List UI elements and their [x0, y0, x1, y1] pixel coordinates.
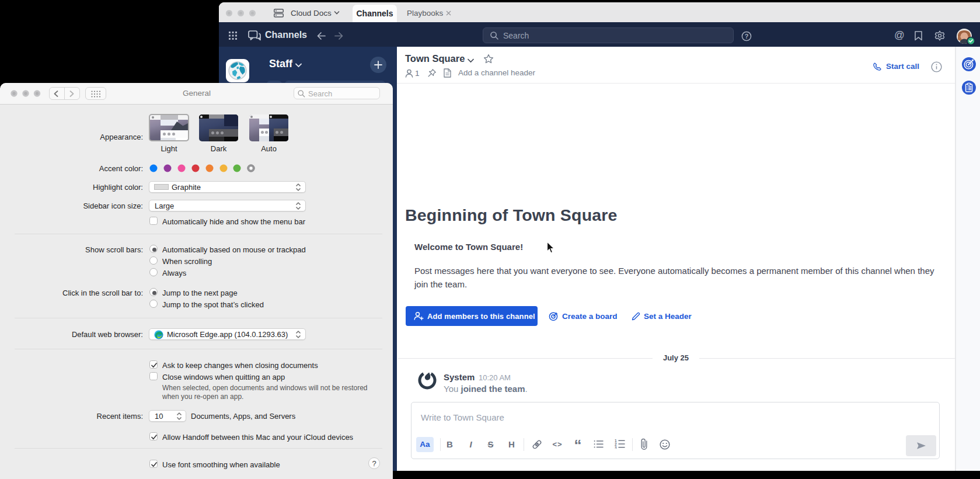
svg-text:?: ? — [745, 33, 749, 40]
svg-text:3: 3 — [615, 446, 617, 449]
